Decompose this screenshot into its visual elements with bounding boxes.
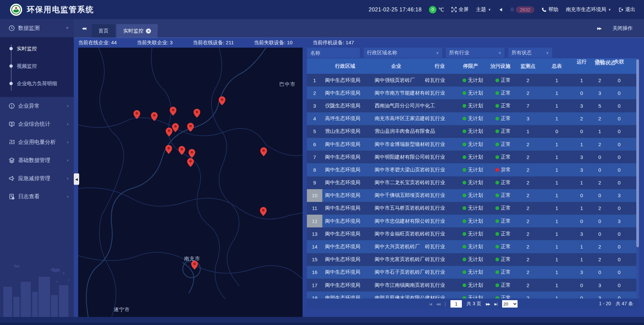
tab-close-icon[interactable]: ✕ <box>146 29 151 34</box>
sidebar-item-视频监控[interactable]: 视频监控 <box>0 57 74 75</box>
cell-region: 阆中生态环境局 <box>322 151 368 163</box>
page-number-input[interactable] <box>450 300 462 308</box>
cell-shutdown: 2 <box>591 253 609 266</box>
table-scrollbar[interactable] <box>636 58 639 299</box>
sidebar-group-3[interactable]: 企业用电量分析‹ <box>0 133 74 151</box>
sidebar-group-label: 基础数据管理 <box>18 157 67 164</box>
table-row[interactable]: 16阆中生态环境局阆中市石子页岩机砖厂砖瓦行业无计划正常21300 <box>307 266 639 279</box>
sound-toggle[interactable] <box>498 8 502 12</box>
map-panel[interactable]: 巴中市南充市遂宁市 <box>78 48 303 317</box>
cell-region: 阆中生态环境局 <box>322 74 368 87</box>
cell-stop-plan: 无计划 <box>455 279 486 291</box>
cell-shutdown: 0 <box>591 215 609 227</box>
cell-industry: 砖瓦行业 <box>424 112 455 125</box>
map-pin[interactable] <box>260 207 267 216</box>
cell-enterprise: 阆中市江南镇阆南页岩 <box>368 279 424 291</box>
tab-首页[interactable]: 首页 <box>92 24 115 38</box>
table-row[interactable]: 5营山生态环境局营山县润丰肉食品有限食品无计划正常10010 <box>307 125 639 138</box>
status-dot <box>495 117 499 120</box>
cell-stop-plan: 无计划 <box>455 112 486 125</box>
cell-industry: 砖瓦行业 <box>424 163 455 176</box>
table-row[interactable]: 10阆中生态环境局阆中千佛镇五郎垭页岩砖瓦行业无计划正常21003 <box>307 189 639 202</box>
prev-page-icon[interactable]: ◀◀ <box>436 302 440 306</box>
chevron-left-icon: ‹ <box>67 140 68 145</box>
map-pin[interactable] <box>178 146 185 155</box>
sidebar-group-2[interactable]: 企业综合统计‹ <box>0 115 74 133</box>
sidebar-item-企业电力负荷明细[interactable]: 企业电力负荷明细 <box>0 75 74 92</box>
table-row[interactable]: 12阆中生态环境局阆中市忠信建材有限公砖瓦行业无计划正常21003 <box>307 215 639 227</box>
tab-bar: ◀◀ 首页实时监控✕ ▶▶ 关闭操作 <box>74 19 644 38</box>
map-pin[interactable] <box>170 107 176 116</box>
cell-shutdown: 0 <box>591 189 609 202</box>
map-pin[interactable] <box>165 145 172 154</box>
sidebar-group-6[interactable]: 日志查看‹ <box>0 187 74 206</box>
table-row[interactable]: 8阆中生态环境局阆中市枣碧大梁山页岩砖瓦行业无计划异常21300 <box>307 163 639 176</box>
tabs-scroll-left-icon[interactable]: ◀◀ <box>82 26 86 30</box>
col-industry: 行业 <box>424 58 455 74</box>
name-search-input[interactable] <box>307 48 360 58</box>
map-pin[interactable] <box>260 147 267 156</box>
status-dot <box>463 181 466 184</box>
map-pin[interactable] <box>189 149 195 158</box>
last-page-icon[interactable]: ▶∣ <box>494 302 497 306</box>
table-row[interactable]: 18南部生态环境局南部县双佛水泥有限公建材行业无计划正常21030 <box>307 291 639 299</box>
cell-row-number: 9 <box>307 176 322 189</box>
tabs-scroll-right-icon[interactable]: ▶▶ <box>597 26 601 30</box>
map-pin[interactable] <box>187 123 194 132</box>
close-operations-button[interactable]: 关闭操作 <box>612 25 633 32</box>
logout-button[interactable]: 退出 <box>619 6 635 13</box>
table-row[interactable]: 1阆中生态环境局阆中强锐页岩砖厂砖瓦行业无计划正常21120 <box>307 74 639 87</box>
table-row[interactable]: 2阆中生态环境局阆中市南方节能建材有砖瓦行业无计划正常21030 <box>307 87 639 99</box>
table-row[interactable]: 11阆中生态环境局阆中市五马桥页岩机砖砖瓦行业无计划正常21120 <box>307 202 639 215</box>
notifications[interactable]: 2632 <box>510 6 534 13</box>
user-org-menu[interactable]: 南充市生态环境局 ▼ <box>566 6 611 13</box>
map-pin[interactable] <box>166 127 172 137</box>
map-pin[interactable] <box>133 110 140 119</box>
table-row[interactable]: 13阆中生态环境局阆中市金福旺页岩机砖砖瓦行业无计划正常21300 <box>307 227 639 240</box>
map-pin[interactable] <box>194 109 200 118</box>
cell-shutdown: 2 <box>591 202 609 215</box>
map-pin[interactable] <box>151 112 158 121</box>
table-row[interactable]: 9阆中生态环境局阆中市二龙长宝页岩砖砖瓦行业无计划正常21120 <box>307 176 639 189</box>
sidebar-group-1[interactable]: 企业异常‹ <box>0 97 74 115</box>
bottom-strip <box>0 317 644 325</box>
sidebar-group-label: 应急减排管理 <box>18 175 67 182</box>
table-row[interactable]: 4高坪生态环境局南充市高坪区王家店建砖瓦行业无计划正常31220 <box>307 112 639 125</box>
table-row[interactable]: 15阆中生态环境局阆中市光富页岩机砖厂砖瓦行业无计划正常21120 <box>307 253 639 266</box>
region-select[interactable]: 行政区域名称 ∨ <box>364 48 442 58</box>
map-pin[interactable] <box>172 123 179 132</box>
map-pin[interactable] <box>187 158 194 167</box>
table-row[interactable]: 3仪陇生态环境局西南油气田分公司川中化工无计划正常71350 <box>307 99 639 112</box>
industry-select[interactable]: 所有行业 ∨ <box>446 48 504 58</box>
cell-offline: 0 <box>609 227 630 240</box>
cell-region: 阆中生态环境局 <box>322 189 368 202</box>
table-row[interactable]: 17阆中生态环境局阆中市江南镇阆南页岩砖瓦行业无计划正常21030 <box>307 279 639 291</box>
table-row[interactable]: 7阆中生态环境局阆中明阳建材有限公司砖瓦行业无计划正常21300 <box>307 151 639 163</box>
cell-industry: 砖瓦行业 <box>424 138 455 151</box>
cell-stop-plan: 无计划 <box>455 176 486 189</box>
cell-enterprise: 阆中市枣碧大梁山页岩 <box>368 163 424 176</box>
theme-menu[interactable]: 主题 ▼ <box>476 6 491 13</box>
sidebar-item-实时监控[interactable]: 实时监控 <box>0 40 74 57</box>
first-page-icon[interactable]: ∣◀ <box>428 302 431 306</box>
status-dot <box>463 258 466 261</box>
fullscreen-button[interactable]: 全屏 <box>451 6 469 13</box>
status-dot <box>495 270 499 274</box>
table-row[interactable]: 6阆中生态环境局阆中市金博瑞新型墙材砖瓦行业无计划正常21120 <box>307 138 639 151</box>
status-select[interactable]: 所有状态 ∨ <box>508 48 552 58</box>
next-page-icon[interactable]: ▶▶ <box>486 302 490 306</box>
page-size-select[interactable]: 20 <box>502 300 518 308</box>
sidebar-group-4[interactable]: 基础数据管理‹ <box>0 151 74 169</box>
sidebar-collapse-button[interactable]: ◀ <box>74 173 79 185</box>
chevron-left-icon: ‹ <box>67 158 68 163</box>
sidebar-group-5[interactable]: 应急减排管理‹ <box>0 169 74 187</box>
sidebar-group-0[interactable]: 数据监测˅ <box>0 19 74 37</box>
temperature-badge: 0 <box>429 6 436 13</box>
cell-facility-status: 正常 <box>486 99 515 112</box>
map-pin[interactable] <box>219 96 225 105</box>
map-pin[interactable] <box>191 261 198 270</box>
tab-实时监控[interactable]: 实时监控✕ <box>116 24 158 38</box>
help-button[interactable]: 帮助 <box>542 6 558 13</box>
cell-points: 2 <box>515 266 541 279</box>
table-row[interactable]: 14阆中生态环境局阆中大兴页岩机砖厂砖瓦行业无计划正常21120 <box>307 240 639 253</box>
